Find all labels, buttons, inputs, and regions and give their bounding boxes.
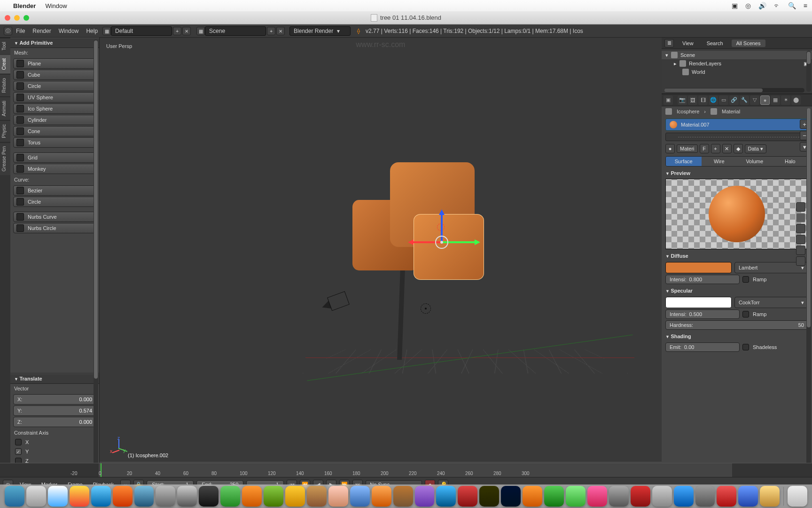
- dock-app[interactable]: [566, 486, 586, 507]
- material-link-dropdown[interactable]: Data ▾: [745, 144, 766, 153]
- dock-app[interactable]: [220, 486, 240, 507]
- dock-app-firefox[interactable]: [113, 486, 133, 507]
- spotlight-icon[interactable]: 🔍: [788, 2, 796, 9]
- editor-type-outliner-icon[interactable]: ≣: [664, 39, 674, 48]
- dock-app-safari[interactable]: [48, 486, 68, 507]
- material-browse-icon[interactable]: ●: [665, 144, 675, 153]
- scene-field[interactable]: Scene: [205, 26, 266, 36]
- dock-app[interactable]: [436, 486, 456, 507]
- specular-color-swatch[interactable]: [665, 297, 732, 308]
- preview-monkey-icon[interactable]: [796, 235, 805, 244]
- dock-app-appstore[interactable]: [674, 486, 694, 507]
- menu-window[interactable]: Window: [59, 28, 79, 34]
- dock-app-music[interactable]: [587, 486, 607, 507]
- dock-app[interactable]: [91, 486, 111, 507]
- add-curve-circle-button[interactable]: Circle: [13, 197, 96, 207]
- timeline-ruler[interactable]: -20 0 20 40 60 80 100 120 140 160 180 20…: [0, 463, 812, 477]
- dock-app-illustrator[interactable]: [479, 486, 499, 507]
- dock-app[interactable]: [652, 486, 672, 507]
- dock-app-finder[interactable]: [5, 486, 24, 507]
- context-scene-icon[interactable]: 🎞: [698, 95, 708, 105]
- material-add-button[interactable]: +: [711, 144, 720, 153]
- scene-browse-icon[interactable]: ▦: [196, 27, 205, 35]
- target-icon[interactable]: ◎: [745, 2, 751, 9]
- add-monkey-button[interactable]: Monkey: [13, 164, 96, 174]
- outliner-item-world[interactable]: World: [662, 68, 812, 76]
- diffuse-intensity-slider[interactable]: Intensi:0.800: [665, 275, 740, 284]
- context-modifiers-icon[interactable]: 🔧: [740, 95, 749, 105]
- panel-preview[interactable]: Preview: [665, 168, 808, 178]
- dock-app-blender[interactable]: [523, 486, 542, 507]
- tab-tools[interactable]: Tool: [0, 38, 10, 54]
- add-nurbs-circle-button[interactable]: Nurbs Circle: [13, 223, 96, 233]
- gizmo-y-arrow-icon[interactable]: [475, 239, 480, 245]
- preview-sphere-icon[interactable]: [796, 213, 805, 222]
- mac-app-name[interactable]: Blender: [13, 2, 36, 9]
- layout-add-icon[interactable]: +: [173, 27, 181, 35]
- menu-help[interactable]: Help: [86, 28, 98, 34]
- screen-layout-field[interactable]: Default: [111, 26, 172, 36]
- notifications-icon[interactable]: ≡: [804, 2, 807, 9]
- material-slot[interactable]: Material.007: [665, 119, 808, 131]
- translate-z-field[interactable]: Z:0.000: [13, 417, 96, 427]
- add-uvsphere-button[interactable]: UV Sphere: [13, 92, 96, 103]
- viewport-3d[interactable]: User Persp zyx (1) Icosphere.: [100, 38, 662, 475]
- tab-relations[interactable]: Relatio: [0, 74, 10, 96]
- properties-scrollbar[interactable]: [806, 108, 811, 473]
- panel-specular[interactable]: Specular: [665, 286, 808, 295]
- gizmo-z-arrow-icon[interactable]: [439, 209, 445, 215]
- emit-slider[interactable]: Emit:0.00: [665, 342, 740, 352]
- outliner-search[interactable]: Search: [702, 40, 728, 47]
- dock-app[interactable]: [264, 486, 283, 507]
- add-grid-button[interactable]: Grid: [13, 152, 96, 163]
- translate-x-field[interactable]: X:0.000: [13, 394, 96, 405]
- context-texture-icon[interactable]: ▦: [771, 95, 780, 105]
- menu-render[interactable]: Render: [32, 28, 51, 34]
- context-material-icon[interactable]: ●: [760, 95, 770, 105]
- render-engine-dropdown[interactable]: Blender Render▾: [289, 26, 351, 36]
- preview-cube-icon[interactable]: [796, 224, 805, 233]
- material-name-field[interactable]: Materi: [677, 144, 698, 153]
- context-particles-icon[interactable]: ✶: [781, 95, 790, 105]
- dock-app[interactable]: [350, 486, 370, 507]
- constraint-x-checkbox[interactable]: X: [10, 437, 99, 447]
- context-constraints-icon[interactable]: 🔗: [729, 95, 739, 105]
- tab-volume[interactable]: Volume: [737, 157, 773, 166]
- tab-grease-pencil[interactable]: Grease Pen: [0, 142, 10, 175]
- context-object-icon[interactable]: ▭: [719, 95, 728, 105]
- outliner-item-renderlayers[interactable]: ▸RenderLayers▣: [662, 59, 812, 68]
- add-plane-button[interactable]: Plane: [13, 58, 96, 69]
- preview-world-icon[interactable]: [796, 256, 805, 266]
- outliner-hscroll[interactable]: [664, 88, 804, 93]
- add-cone-button[interactable]: Cone: [13, 126, 96, 136]
- add-cube-button[interactable]: Cube: [13, 70, 96, 80]
- tab-surface[interactable]: Surface: [666, 157, 702, 166]
- dock-app[interactable]: [738, 486, 758, 507]
- material-unlink-button[interactable]: ✕: [722, 144, 732, 153]
- editor-type-icon[interactable]: ⓘ: [4, 27, 12, 35]
- preview-hair-icon[interactable]: [796, 246, 805, 255]
- gizmo-x-arrow-icon[interactable]: [408, 239, 414, 245]
- tab-physics[interactable]: Physic: [0, 120, 10, 142]
- scene-delete-icon[interactable]: ✕: [276, 27, 285, 35]
- menu-file[interactable]: File: [16, 28, 25, 34]
- editor-type-properties-icon[interactable]: ▣: [664, 95, 673, 105]
- layout-delete-icon[interactable]: ✕: [182, 27, 191, 35]
- mac-menu-window[interactable]: Window: [45, 2, 67, 9]
- dock-app[interactable]: [242, 486, 262, 507]
- dock-app[interactable]: [307, 486, 327, 507]
- translate-y-field[interactable]: Y:0.574: [13, 405, 96, 416]
- dock-app[interactable]: [609, 486, 629, 507]
- add-icosphere-button[interactable]: Ico Sphere: [13, 103, 96, 114]
- add-nurbs-curve-button[interactable]: Nurbs Curve: [13, 212, 96, 222]
- add-torus-button[interactable]: Torus: [13, 137, 96, 148]
- scene-add-icon[interactable]: +: [267, 27, 275, 35]
- add-circle-button[interactable]: Circle: [13, 81, 96, 91]
- specular-ramp-checkbox[interactable]: Ramp: [742, 310, 808, 319]
- specular-hardness-slider[interactable]: Hardness:50: [665, 320, 808, 330]
- dock-trash-icon[interactable]: [788, 486, 807, 507]
- dock-app[interactable]: [458, 486, 477, 507]
- dock-app[interactable]: [177, 486, 197, 507]
- dock-app[interactable]: [156, 486, 175, 507]
- dock-app-settings[interactable]: [695, 486, 715, 507]
